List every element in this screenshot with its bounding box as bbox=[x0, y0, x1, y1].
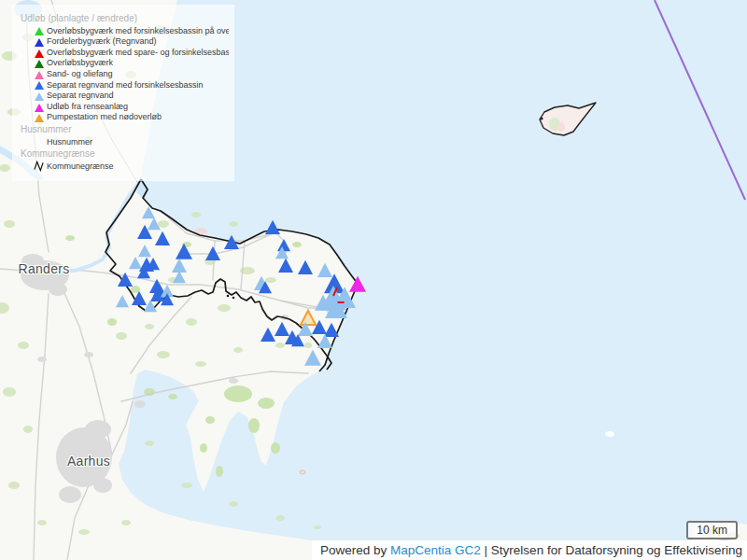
map-viewport[interactable]: RandersAarhus Udløb (planlagte / ændrede… bbox=[0, 0, 747, 560]
attribution-text: Styrelsen for Dataforsyning og Effektivi… bbox=[491, 543, 742, 557]
attribution-footer: Powered by MapCentia GC2 | Styrelsen for… bbox=[312, 540, 747, 560]
legend-item-label: Separat regnvand bbox=[47, 91, 114, 102]
legend-item-label: Kommunegrænse bbox=[47, 161, 114, 173]
legend-section-title: Husnummer bbox=[21, 124, 229, 135]
legend-item-label: Overløbsbygværk bbox=[47, 58, 113, 69]
legend-item: Overløbsbygværk med spare- og forsinkels… bbox=[21, 48, 229, 59]
legend-item: Husnummer bbox=[21, 137, 229, 148]
triangle-icon bbox=[34, 91, 44, 101]
scale-label: 10 km bbox=[697, 524, 727, 537]
legend-item: Fordelerbygværk (Regnvand) bbox=[21, 36, 229, 48]
city-label-aarhus: Aarhus bbox=[67, 454, 110, 469]
triangle-icon bbox=[34, 26, 44, 35]
legend-item-label: Udløb fra renseanlæg bbox=[47, 102, 128, 113]
legend-item-label: Overløbsbygværk med spare- og forsinkels… bbox=[47, 48, 229, 59]
triangle-icon bbox=[34, 103, 44, 112]
legend-item: Udløb fra renseanlæg bbox=[21, 102, 229, 113]
legend-item-label: Sand- og oliefang bbox=[47, 69, 113, 80]
islet bbox=[605, 431, 614, 437]
powered-by-text: Powered by bbox=[320, 543, 390, 557]
legend-item: Separat regnvand bbox=[21, 91, 229, 102]
legend-item: Overløbsbygværk bbox=[21, 58, 229, 69]
triangle-icon bbox=[34, 113, 44, 122]
triangle-icon bbox=[34, 37, 44, 47]
legend-item: Sand- og oliefang bbox=[21, 69, 229, 80]
scale-bar: 10 km bbox=[686, 521, 738, 539]
legend-item-label: Overløbsbygværk med forsinkelsesbassin p… bbox=[47, 26, 229, 37]
zigzag-line-icon bbox=[34, 162, 44, 172]
legend-item-label: Husnummer bbox=[47, 137, 92, 148]
city-label-randers: Randers bbox=[18, 261, 69, 276]
footer-separator: | bbox=[481, 543, 491, 557]
boundary-dot bbox=[227, 295, 230, 298]
legend-item: Pumpestation med nødoverløb bbox=[21, 112, 229, 123]
triangle-icon bbox=[34, 59, 44, 68]
boundary-dot bbox=[233, 297, 235, 300]
legend-section-title: Kommunegrænse bbox=[21, 148, 229, 160]
triangle-icon bbox=[34, 70, 44, 79]
triangle-icon bbox=[34, 80, 44, 90]
legend-item: Separat regnvand med forsinkelsesbassin bbox=[21, 80, 229, 91]
mapcentia-link[interactable]: MapCentia GC2 bbox=[390, 543, 481, 557]
legend-section-title: Udløb (planlagte / ændrede) bbox=[21, 13, 229, 24]
legend-panel: Udløb (planlagte / ændrede)Overløbsbygvæ… bbox=[12, 5, 234, 181]
legend-item-label: Fordelerbygværk (Regnvand) bbox=[47, 36, 157, 48]
legend-item: Overløbsbygværk med forsinkelsesbassin p… bbox=[21, 26, 229, 37]
legend-item-label: Pumpestation med nødoverløb bbox=[47, 112, 162, 123]
hjelm-island bbox=[300, 470, 305, 474]
legend-item: Kommunegrænse bbox=[21, 161, 229, 173]
triangle-icon bbox=[34, 49, 44, 58]
legend-item-label: Separat regnvand med forsinkelsesbassin bbox=[47, 80, 204, 91]
